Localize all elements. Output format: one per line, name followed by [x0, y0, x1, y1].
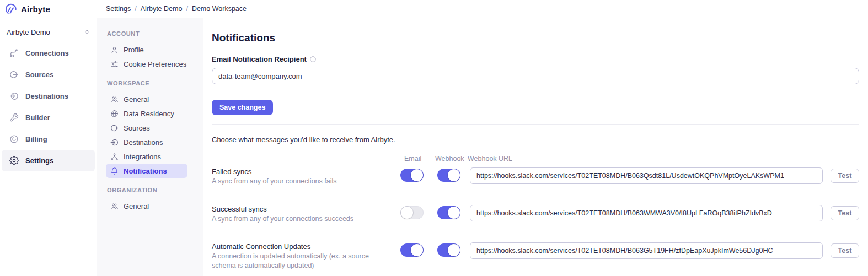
settings-nav-section: ORGANIZATION General — [107, 187, 195, 213]
webhook-toggle[interactable] — [437, 243, 460, 257]
settings-nav: ACCOUNT Profile Cookie Preferences WORKS… — [97, 18, 203, 276]
wrench-icon — [9, 113, 19, 122]
destination-icon — [9, 91, 19, 101]
destination-icon — [110, 138, 119, 147]
sidebar: Airbyte Demo Connections Sources Destina… — [0, 18, 97, 276]
breadcrumb-item-settings[interactable]: Settings — [106, 5, 131, 13]
breadcrumb-separator: / — [135, 5, 136, 13]
webhook-toggle[interactable] — [437, 206, 460, 219]
toggle-knob — [401, 207, 413, 219]
settings-nav-item-destinations[interactable]: Destinations — [106, 135, 187, 149]
table-header: Email Webhook Webhook URL — [212, 155, 859, 164]
email-recipient-input[interactable] — [212, 68, 859, 84]
breadcrumb-item-airbyte-demo[interactable]: Airbyte Demo — [141, 5, 183, 13]
toggle-knob — [448, 207, 460, 219]
workspace-name: Airbyte Demo — [7, 28, 50, 36]
settings-section-title: ORGANIZATION — [107, 187, 195, 196]
source-icon — [9, 70, 19, 79]
toggle-knob — [448, 169, 460, 181]
logo[interactable]: Airbyte — [0, 0, 97, 18]
toggle-knob — [411, 169, 423, 181]
column-header-email: Email — [400, 155, 437, 163]
settings-section-title: ACCOUNT — [107, 30, 195, 39]
top-bar: Airbyte Settings/Airbyte Demo/Demo Works… — [0, 0, 868, 18]
notification-title: Successful syncs — [212, 205, 400, 213]
sidebar-item-sources[interactable]: Sources — [2, 64, 95, 85]
settings-nav-item-integrations[interactable]: Integrations — [106, 149, 187, 164]
users-icon — [110, 95, 119, 104]
notification-description: A sync from any of your connections fail… — [212, 177, 389, 186]
sidebar-item-billing[interactable]: Billing — [2, 128, 95, 150]
settings-nav-item-general[interactable]: General — [106, 92, 187, 106]
webhook-url-input[interactable] — [470, 205, 823, 221]
notification-description: A sync from any of your connections succ… — [212, 214, 389, 224]
column-header-webhook-url: Webhook URL — [468, 155, 823, 163]
webhook-toggle[interactable] — [437, 169, 460, 182]
settings-nav-section: ACCOUNT Profile Cookie Preferences — [107, 30, 195, 71]
section-divider — [212, 124, 859, 125]
sidebar-item-connections[interactable]: Connections — [2, 42, 95, 64]
globe-icon — [110, 110, 119, 118]
notification-title: Automatic Connection Updates — [212, 242, 400, 251]
sidebar-nav: Connections Sources Destinations Builder… — [0, 42, 97, 171]
sidebar-item-builder[interactable]: Builder — [2, 107, 95, 128]
airbyte-logo-icon — [6, 3, 18, 15]
notification-title: Failed syncs — [212, 167, 400, 176]
notification-rows: Failed syncs A sync from any of your con… — [212, 167, 859, 270]
workspace-selector[interactable]: Airbyte Demo — [0, 25, 97, 39]
notification-row: Successful syncs A sync from any of your… — [212, 205, 859, 224]
brand-name: Airbyte — [21, 4, 50, 14]
source-icon — [110, 124, 119, 132]
notification-row: Failed syncs A sync from any of your con… — [212, 167, 859, 186]
integrations-icon — [110, 153, 119, 161]
settings-nav-item-notifications[interactable]: Notifications — [106, 164, 187, 178]
toggle-knob — [411, 244, 423, 256]
breadcrumb-separator: / — [186, 5, 187, 13]
main-content: Notifications Email Notification Recipie… — [203, 18, 868, 276]
settings-section-title: WORKSPACE — [107, 80, 195, 89]
sliders-icon — [110, 60, 119, 68]
settings-nav-section: WORKSPACE General Data Residency Sources… — [107, 80, 195, 178]
sidebar-item-destinations[interactable]: Destinations — [2, 85, 95, 107]
notification-description: A connection is updated automatically (e… — [212, 252, 389, 270]
connections-icon — [9, 48, 19, 58]
email-toggle[interactable] — [400, 169, 424, 182]
bell-icon — [110, 167, 119, 175]
save-changes-button[interactable]: Save changes — [212, 100, 273, 115]
webhook-url-input[interactable] — [470, 167, 823, 184]
billing-icon — [9, 134, 19, 144]
settings-nav-item-cookie-preferences[interactable]: Cookie Preferences — [106, 57, 191, 71]
email-recipient-label: Email Notification Recipient — [212, 55, 307, 63]
intro-text: Choose what messages you'd like to recei… — [212, 136, 859, 144]
gear-icon — [9, 156, 19, 165]
sidebar-item-settings[interactable]: Settings — [2, 150, 95, 171]
email-toggle[interactable] — [400, 243, 424, 257]
test-button[interactable]: Test — [831, 169, 859, 183]
breadcrumb-item-demo-workspace[interactable]: Demo Workspace — [192, 5, 247, 13]
test-button[interactable]: Test — [831, 243, 859, 258]
app-root: Airbyte Settings/Airbyte Demo/Demo Works… — [0, 0, 868, 276]
settings-nav-item-general[interactable]: General — [106, 199, 187, 213]
toggle-knob — [448, 244, 460, 256]
info-icon[interactable] — [309, 56, 317, 63]
chevron-updown-icon[interactable] — [83, 28, 91, 36]
settings-nav-item-sources[interactable]: Sources — [106, 121, 187, 135]
email-toggle[interactable] — [400, 206, 424, 219]
settings-nav-item-profile[interactable]: Profile — [106, 42, 187, 57]
settings-nav-item-data-residency[interactable]: Data Residency — [106, 106, 187, 121]
notification-row: Automatic Connection Updates A connectio… — [212, 242, 859, 270]
users-icon — [110, 202, 119, 210]
user-icon — [110, 46, 119, 54]
webhook-url-input[interactable] — [470, 242, 823, 259]
page-title: Notifications — [212, 32, 859, 44]
breadcrumb: Settings/Airbyte Demo/Demo Workspace — [97, 0, 247, 18]
column-header-webhook: Webhook — [435, 155, 468, 163]
test-button[interactable]: Test — [831, 206, 859, 220]
